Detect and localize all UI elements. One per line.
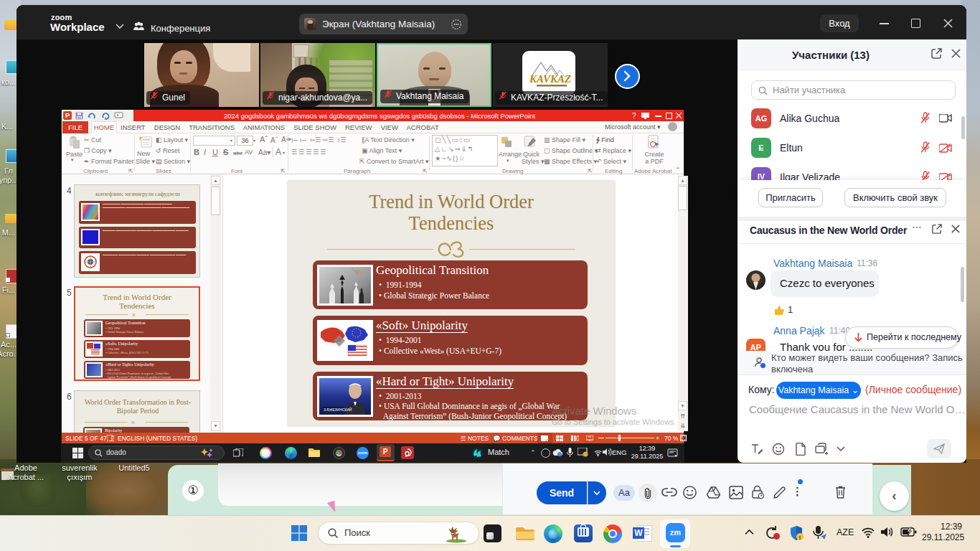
svg-text:З.БЖЕЗИНСКИЙ: З.БЖЕЗИНСКИЙ [324, 407, 352, 412]
svg-text:KAVKAZ: KAVKAZ [529, 73, 571, 85]
svg-text:!: ! [799, 534, 801, 541]
